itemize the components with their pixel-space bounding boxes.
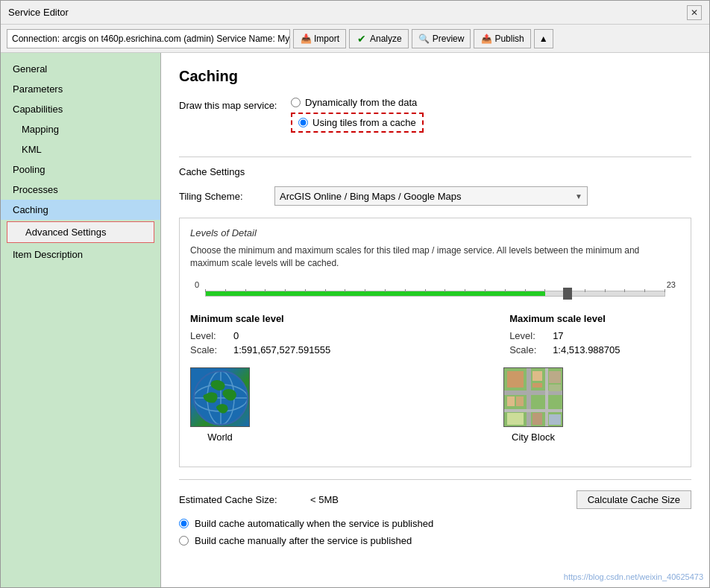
watermark: https://blog.csdn.net/weixin_40625473: [564, 572, 703, 581]
sidebar-item-item-description[interactable]: Item Description: [1, 244, 160, 265]
max-level-key: Level:: [509, 330, 547, 341]
tick: [505, 289, 506, 292]
bottom-section: Estimated Cache Size: < 5MB Calculate Ca…: [179, 479, 691, 546]
slider-right-thumb[interactable]: [563, 288, 572, 300]
radio-tiles[interactable]: Using tiles from a cache: [291, 113, 424, 133]
min-level-value: 0: [233, 330, 239, 341]
sidebar-item-pooling[interactable]: Pooling: [1, 159, 160, 180]
tick: [385, 289, 386, 292]
tick: [665, 289, 665, 292]
tick: [624, 289, 625, 292]
analyze-icon: ✔: [356, 33, 368, 45]
preview-label: Preview: [433, 34, 465, 44]
max-level-value: 17: [553, 330, 563, 341]
tick: [444, 289, 445, 292]
import-button[interactable]: 📥 Import: [293, 29, 346, 48]
sidebar-item-parameters[interactable]: Parameters: [1, 79, 160, 99]
sidebar-item-capabilities[interactable]: Capabilities: [1, 99, 160, 119]
sidebar-item-mapping[interactable]: Mapping: [1, 119, 160, 139]
radio-dynamic-label: Dynamically from the data: [305, 97, 417, 108]
radio-dynamic[interactable]: Dynamically from the data: [291, 97, 424, 108]
svg-rect-16: [549, 371, 561, 383]
publish-label: Publish: [494, 34, 524, 44]
close-button[interactable]: ✕: [687, 5, 702, 20]
build-auto-label: Build cache automatically when the servi…: [195, 518, 433, 529]
publish-button[interactable]: 📤 Publish: [474, 29, 530, 48]
build-manual-radio[interactable]: [179, 536, 189, 546]
min-scale-title: Minimum scale level: [190, 313, 330, 324]
preview-button[interactable]: 🔍 Preview: [412, 29, 471, 48]
connection-label: Connection: arcgis on t460p.esrichina.co…: [7, 29, 290, 48]
svg-rect-17: [549, 385, 561, 391]
levels-desc: Choose the minimum and maximum scales fo…: [190, 244, 680, 270]
cache-size-label: Estimated Cache Size:: [179, 494, 298, 505]
calculate-cache-size-button[interactable]: Calculate Cache Size: [577, 490, 691, 509]
tick: [544, 289, 545, 292]
radio-tiles-label: Using tiles from a cache: [312, 117, 416, 128]
analyze-button[interactable]: ✔ Analyze: [349, 29, 409, 48]
tiling-scheme-dropdown[interactable]: ArcGIS Online / Bing Maps / Google Maps …: [274, 186, 588, 206]
preview-images: World: [190, 367, 680, 443]
levels-title: Levels of Detail: [190, 227, 680, 238]
main-area: General Parameters Capabilities Mapping …: [1, 53, 709, 587]
tick: [485, 289, 486, 292]
slider-max-label: 23: [667, 280, 676, 289]
svg-rect-18: [507, 413, 524, 425]
tick: [225, 289, 226, 292]
min-scale-key: Scale:: [190, 344, 227, 355]
tick: [245, 289, 246, 292]
sidebar-item-kml[interactable]: KML: [1, 139, 160, 159]
max-scale-key: Scale:: [509, 344, 547, 355]
world-caption: World: [207, 431, 233, 443]
tick: [525, 289, 526, 292]
scale-slider[interactable]: 0 23: [190, 280, 680, 303]
radio-dynamic-input[interactable]: [291, 98, 301, 107]
svg-rect-19: [532, 413, 542, 425]
city-block-preview: City Block: [503, 367, 563, 443]
toolbar: Connection: arcgis on t460p.esrichina.co…: [1, 25, 709, 53]
tiling-scheme-value: ArcGIS Online / Bing Maps / Google Maps: [280, 191, 462, 202]
collapse-button[interactable]: ▲: [534, 29, 553, 48]
min-scale-block: Minimum scale level Level: 0 Scale: 1:59…: [190, 313, 330, 355]
radio-tiles-input[interactable]: [298, 118, 308, 127]
world-preview: World: [190, 367, 250, 443]
svg-rect-13: [532, 383, 542, 388]
tick: [465, 289, 465, 292]
city-image: [503, 367, 563, 427]
svg-rect-20: [549, 414, 561, 425]
sidebar-item-advanced-settings[interactable]: Advanced Settings: [7, 221, 154, 243]
publish-icon: 📤: [480, 33, 492, 45]
svg-rect-9: [545, 368, 548, 427]
build-options: Build cache automatically when the servi…: [179, 518, 691, 546]
scale-info: Minimum scale level Level: 0 Scale: 1:59…: [190, 313, 680, 355]
window-title: Service Editor: [8, 7, 69, 18]
svg-rect-14: [507, 396, 515, 406]
tiling-scheme-row: Tiling Scheme: ArcGIS Online / Bing Maps…: [179, 186, 691, 206]
tiling-scheme-label: Tiling Scheme:: [179, 191, 268, 202]
import-icon: 📥: [300, 33, 312, 45]
svg-rect-10: [504, 409, 563, 412]
title-bar: Service Editor ✕: [1, 1, 709, 25]
analyze-label: Analyze: [370, 34, 402, 44]
radio-group: Dynamically from the data Using tiles fr…: [291, 97, 424, 133]
build-manual-option[interactable]: Build cache manually after the service i…: [179, 535, 691, 546]
city-svg: [504, 368, 563, 427]
sidebar-item-caching[interactable]: Caching: [1, 200, 160, 220]
sidebar-item-processes[interactable]: Processes: [1, 180, 160, 200]
cache-size-value: < 5MB: [310, 494, 355, 505]
svg-rect-12: [532, 371, 542, 381]
sidebar-item-general[interactable]: General: [1, 59, 160, 79]
tick: [605, 289, 606, 292]
build-auto-option[interactable]: Build cache automatically when the servi…: [179, 518, 691, 529]
max-scale-block: Maximum scale level Level: 17 Scale: 1:4…: [509, 313, 620, 355]
max-scale-row: Scale: 1:4,513.988705: [509, 344, 620, 355]
service-editor-window: Service Editor ✕ Connection: arcgis on t…: [0, 0, 710, 588]
max-scale-value: 1:4,513.988705: [553, 344, 620, 355]
preview-icon: 🔍: [418, 33, 430, 45]
draw-service-row: Draw this map service: Dynamically from …: [179, 97, 691, 145]
min-level-key: Level:: [190, 330, 227, 341]
chevron-down-icon: ▼: [575, 192, 582, 200]
world-image: [190, 367, 250, 427]
tick: [345, 289, 345, 292]
build-auto-radio[interactable]: [179, 519, 189, 528]
